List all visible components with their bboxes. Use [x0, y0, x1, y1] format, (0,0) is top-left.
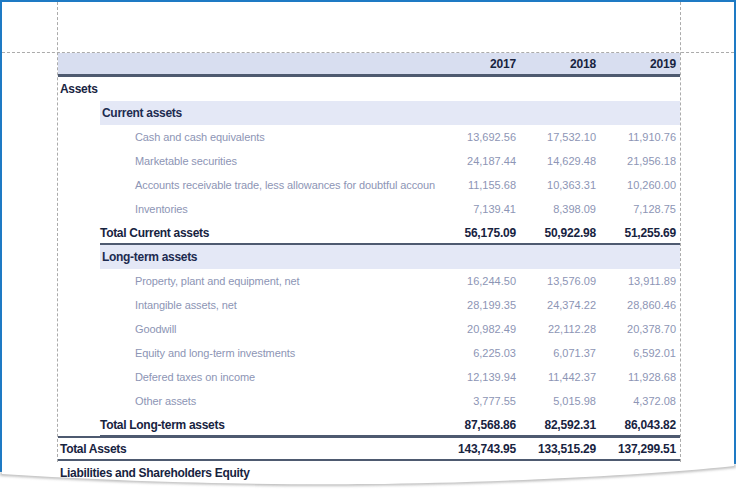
table-row-other-assets: Other assets3,777.555,015.984,372.08: [58, 389, 680, 413]
year-header-row: 2017 2018 2019: [58, 53, 680, 77]
row-value-2017: 87,568.86: [440, 418, 520, 432]
row-label: Other assets: [58, 395, 440, 407]
table-row-equity-and-long-term-investments: Equity and long-term investments6,225.03…: [58, 341, 680, 365]
row-label: Total Current assets: [58, 226, 440, 240]
year-header-2018: 2018: [520, 57, 600, 71]
table-row-marketable-securities: Marketable securities24,187.4414,629.482…: [58, 149, 680, 173]
row-value-2018: 50,922.98: [520, 226, 600, 240]
row-value-2018: 14,629.48: [520, 155, 600, 167]
row-value-2017: 28,199.35: [440, 299, 520, 311]
row-value-2017: 7,139.41: [440, 203, 520, 215]
row-value-2018: 6,071.37: [520, 347, 600, 359]
table-row-accounts-receivable-trade-less-allowances-for-doubtful-accoun: Accounts receivable trade, less allowanc…: [58, 173, 680, 197]
row-label: Accounts receivable trade, less allowanc…: [58, 179, 440, 191]
table-row-total-assets: Total Assets143,743.95133,515.29137,299.…: [58, 437, 680, 461]
row-value-2019: 6,592.01: [600, 347, 680, 359]
year-header-2019: 2019: [600, 57, 680, 71]
row-value-2019: 21,956.18: [600, 155, 680, 167]
table-row-total-long-term-assets: Total Long-term assets87,568.8682,592.31…: [58, 413, 680, 437]
row-value-2019: 51,255.69: [600, 226, 680, 240]
row-label: Long-term assets: [58, 250, 440, 264]
row-value-2018: 13,576.09: [520, 275, 600, 287]
row-value-2018: 11,442.37: [520, 371, 600, 383]
table-row-long-term-assets: Long-term assets: [58, 245, 680, 269]
row-label: Assets: [58, 82, 440, 96]
row-value-2019: 137,299.51: [600, 442, 680, 456]
row-value-2017: 12,139.94: [440, 371, 520, 383]
row-value-2017: 13,692.56: [440, 131, 520, 143]
row-label: Cash and cash equivalents: [58, 131, 440, 143]
table-body: AssetsCurrent assetsCash and cash equiva…: [58, 77, 680, 485]
table-row-total-current-assets: Total Current assets56,175.0950,922.9851…: [58, 221, 680, 245]
row-value-2019: 86,043.82: [600, 418, 680, 432]
row-label: Current assets: [58, 106, 440, 120]
row-label: Total Assets: [58, 442, 440, 456]
row-label: Inventories: [58, 203, 440, 215]
row-value-2018: 24,374.22: [520, 299, 600, 311]
table-row-assets: Assets: [58, 77, 680, 101]
page-frame-left: [0, 0, 2, 472]
row-label: Goodwill: [58, 323, 440, 335]
row-value-2018: 8,398.09: [520, 203, 600, 215]
row-value-2019: 4,372.08: [600, 395, 680, 407]
row-label: Defered taxes on income: [58, 371, 440, 383]
table-row-intangible-assets-net: Intangible assets, net28,199.3524,374.22…: [58, 293, 680, 317]
table-row-property-plant-and-equipment-net: Property, plant and equipment, net16,244…: [58, 269, 680, 293]
row-label: Property, plant and equipment, net: [58, 275, 440, 287]
row-value-2017: 24,187.44: [440, 155, 520, 167]
year-header-2017: 2017: [440, 57, 520, 71]
balance-sheet-table: 2017 2018 2019 AssetsCurrent assetsCash …: [58, 53, 680, 485]
row-value-2017: 11,155.68: [440, 179, 520, 191]
table-row-defered-taxes-on-income: Defered taxes on income12,139.9411,442.3…: [58, 365, 680, 389]
row-value-2019: 11,928.68: [600, 371, 680, 383]
row-value-2017: 20,982.49: [440, 323, 520, 335]
row-value-2018: 5,015.98: [520, 395, 600, 407]
table-row-goodwill: Goodwill20,982.4922,112.2820,378.70: [58, 317, 680, 341]
row-value-2017: 56,175.09: [440, 226, 520, 240]
row-value-2018: 133,515.29: [520, 442, 600, 456]
row-value-2018: 22,112.28: [520, 323, 600, 335]
row-value-2019: 10,260.00: [600, 179, 680, 191]
table-row-cash-and-cash-equivalents: Cash and cash equivalents13,692.5617,532…: [58, 125, 680, 149]
row-value-2018: 10,363.31: [520, 179, 600, 191]
row-value-2017: 16,244.50: [440, 275, 520, 287]
row-value-2019: 20,378.70: [600, 323, 680, 335]
row-value-2018: 17,532.10: [520, 131, 600, 143]
table-row-current-assets: Current assets: [58, 101, 680, 125]
margin-guide-right: [680, 2, 681, 462]
row-value-2019: 13,911.89: [600, 275, 680, 287]
row-label: Intangible assets, net: [58, 299, 440, 311]
row-label: Total Long-term assets: [58, 418, 440, 432]
row-value-2018: 82,592.31: [520, 418, 600, 432]
row-value-2019: 11,910.76: [600, 131, 680, 143]
row-value-2017: 6,225.03: [440, 347, 520, 359]
table-row-inventories: Inventories7,139.418,398.097,128.75: [58, 197, 680, 221]
row-label: Marketable securities: [58, 155, 440, 167]
row-value-2019: 7,128.75: [600, 203, 680, 215]
row-label: Liabilities and Shareholders Equity: [58, 466, 440, 480]
table-row-liabilities-and-shareholders-equity: Liabilities and Shareholders Equity: [58, 461, 680, 485]
row-value-2017: 143,743.95: [440, 442, 520, 456]
page-frame-top: [0, 0, 736, 2]
row-value-2019: 28,860.46: [600, 299, 680, 311]
row-label: Equity and long-term investments: [58, 347, 440, 359]
row-value-2017: 3,777.55: [440, 395, 520, 407]
